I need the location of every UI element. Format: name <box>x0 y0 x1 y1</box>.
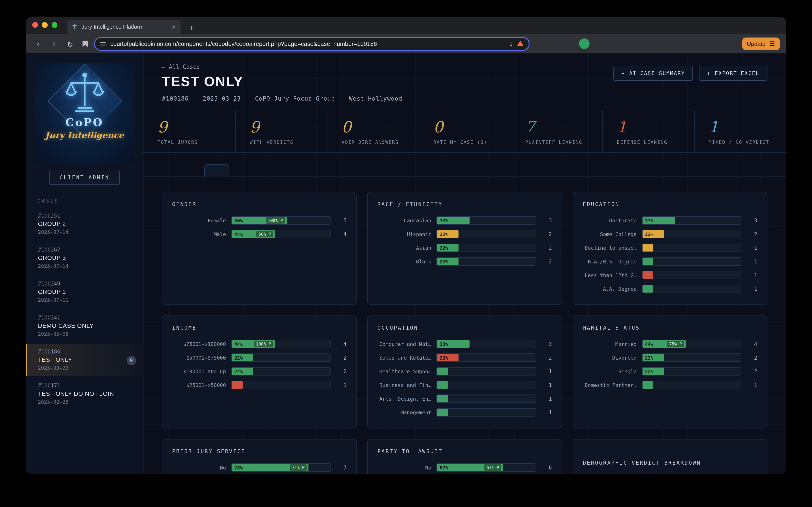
chart-bar-fill <box>642 285 653 292</box>
chart-title: RACE / ETHNICITY <box>378 201 552 207</box>
chart-row-count: 1 <box>747 245 757 251</box>
charts-grid: GENDER Female 56% 100% P 5 Male 44% 50% … <box>162 192 767 474</box>
archive-extension-icon[interactable] <box>647 38 658 49</box>
view-tab[interactable] <box>229 165 253 176</box>
case-list-item[interactable]: #100267 GROUP 3 2025-07-14 <box>26 242 143 275</box>
chart-row-count: 4 <box>336 231 347 237</box>
case-list-item[interactable]: #100251 GROUP 2 2025-07-14 <box>26 208 143 240</box>
chart-row-label: No <box>378 464 431 470</box>
chart-bar-track <box>642 243 741 252</box>
globe-extension-icon[interactable] <box>606 38 617 49</box>
sparkle-icon[interactable] <box>711 38 721 49</box>
case-location-meta: West Hollywood <box>349 95 402 102</box>
stat-value: 9 <box>158 120 233 135</box>
menu-icon[interactable]: ☰ <box>769 41 775 47</box>
wallet-icon[interactable] <box>697 38 708 49</box>
ai-case-summary-button[interactable]: ✦ AI CASE SUMMARY <box>614 66 693 81</box>
chart-row-count: 4 <box>336 341 347 347</box>
case-list-item[interactable]: #100241 DEMO CASE ONLY 2025-05-06 <box>26 310 143 342</box>
minimize-window-button[interactable] <box>42 22 48 28</box>
chart-title: PARTY TO LAWSUIT <box>378 448 552 454</box>
brave-rewards-icon[interactable] <box>517 41 523 46</box>
chart-row-label: Male <box>172 231 226 237</box>
chart-row-label: $100001 and up <box>172 368 226 375</box>
chart-row-label: Some College <box>583 231 637 237</box>
view-tab[interactable] <box>204 164 229 177</box>
stat-cell: 9 WITH VERDICTS <box>235 111 327 152</box>
chart-row-count: 1 <box>747 382 757 388</box>
chart-row-label: A.A. Degree <box>583 286 637 292</box>
chart-row-label: Single <box>583 368 637 375</box>
chart-row-count: 2 <box>336 368 347 375</box>
chart-rows: $75001-$100000 44% 100% P 4 $50001-$7500… <box>172 337 347 392</box>
case-list-item[interactable]: #100249 GROUP 1 2025-07-11 <box>26 276 143 308</box>
chart-row-count: 1 <box>747 286 757 292</box>
case-list-item[interactable]: #100186 TEST ONLY 2025-03-23 9 <box>26 344 143 376</box>
starburst-extension-icon[interactable] <box>620 38 630 49</box>
chart-bar-fill <box>642 258 653 265</box>
site-controls-icon[interactable] <box>100 41 106 46</box>
chart-row: Business and Fin… 1 <box>378 378 552 392</box>
url-bar[interactable]: courtofpublicopinion.com/components/copo… <box>94 37 529 51</box>
share-icon[interactable]: ↥ <box>509 40 513 48</box>
browser-action-icons <box>670 38 735 49</box>
puzzle-extensions-icon[interactable] <box>634 38 644 49</box>
chart-row-count: 1 <box>541 396 552 402</box>
chart-row-label: Divorced <box>583 354 637 361</box>
zoom-window-button[interactable] <box>52 22 57 28</box>
chart-bar-track: 22% <box>437 257 536 266</box>
chart-bar-fill <box>642 271 653 279</box>
chart-bar-plaintiff-pill: 75% P <box>667 341 684 347</box>
bookmark-icon[interactable] <box>82 40 88 47</box>
chart-row: Decline to answe… 1 <box>583 241 757 255</box>
chart-row: Healthcare Suppo… 1 <box>378 364 552 378</box>
s-extension-icon[interactable] <box>579 38 589 49</box>
chart-bar-fill: 22% <box>437 230 459 238</box>
shield-icon[interactable] <box>724 38 735 49</box>
reload-icon[interactable]: ↻ <box>64 38 76 50</box>
chart-bar-percent: 44% <box>234 341 243 347</box>
stat-value: 0 <box>342 120 416 135</box>
case-name: GROUP 2 <box>38 221 135 227</box>
all-cases-back-link[interactable]: ← All Cases <box>162 63 200 70</box>
stat-label: WITH VERDICTS <box>250 139 324 145</box>
export-excel-label: EXPORT EXCEL <box>715 70 759 76</box>
chart-title: PRIOR JURY SERVICE <box>172 448 347 454</box>
new-tab-button[interactable]: + <box>186 22 196 34</box>
download-icon: ↓ <box>707 70 711 76</box>
chart-card: MARITAL STATUS Married 44% 75% P 4 Divor… <box>573 316 767 429</box>
close-window-button[interactable] <box>32 22 38 28</box>
chart-card: INCOME $75001-$100000 44% 100% P 4 $5000… <box>162 316 357 429</box>
card-extension-icon[interactable] <box>592 38 603 49</box>
browser-tab[interactable]: Jury Intelligence Platform × <box>67 20 181 34</box>
download-icon[interactable] <box>670 38 680 49</box>
chart-row-count: 2 <box>541 231 552 237</box>
back-icon[interactable]: ‹ <box>32 38 45 50</box>
sidebar: CoPO Jury Intelligence CLIENT ADMIN CASE… <box>26 53 143 474</box>
chart-bar-percent: 22% <box>440 259 448 264</box>
chart-card: RACE / ETHNICITY Caucasian 33% 3 Hispani… <box>367 192 562 305</box>
chart-row-count: 5 <box>336 217 347 224</box>
chart-bar-fill: 78% 71% P <box>232 464 308 471</box>
browser-tab-bar: Jury Intelligence Platform × + <box>26 17 786 34</box>
export-excel-button[interactable]: ↓ EXPORT EXCEL <box>699 66 767 81</box>
view-tab[interactable] <box>180 165 204 176</box>
case-date: 2025-07-14 <box>38 229 135 235</box>
chart-row-count: 7 <box>336 464 347 470</box>
tab-close-icon[interactable]: × <box>171 23 177 30</box>
view-tab[interactable] <box>157 165 180 176</box>
case-date: 2025-03-23 <box>38 365 135 371</box>
case-number: #100186 <box>38 349 135 355</box>
chart-row-count: 2 <box>336 354 347 361</box>
forward-icon[interactable]: › <box>48 38 60 50</box>
stat-value: 9 <box>250 120 324 135</box>
case-list-item[interactable]: #100171 TEST ONLY DO NOT JOIN 2025-02-28 <box>26 378 143 410</box>
tab-title: Jury Intelligence Platform <box>82 24 167 30</box>
chart-bar-track <box>231 381 331 389</box>
case-badge: 9 <box>127 356 136 365</box>
client-admin-button[interactable]: CLIENT ADMIN <box>49 170 120 185</box>
update-button[interactable]: Update ☰ <box>742 37 780 50</box>
chart-bar-track: 22% <box>437 353 536 362</box>
case-date: 2025-07-11 <box>38 297 135 303</box>
split-view-icon[interactable] <box>683 38 694 49</box>
